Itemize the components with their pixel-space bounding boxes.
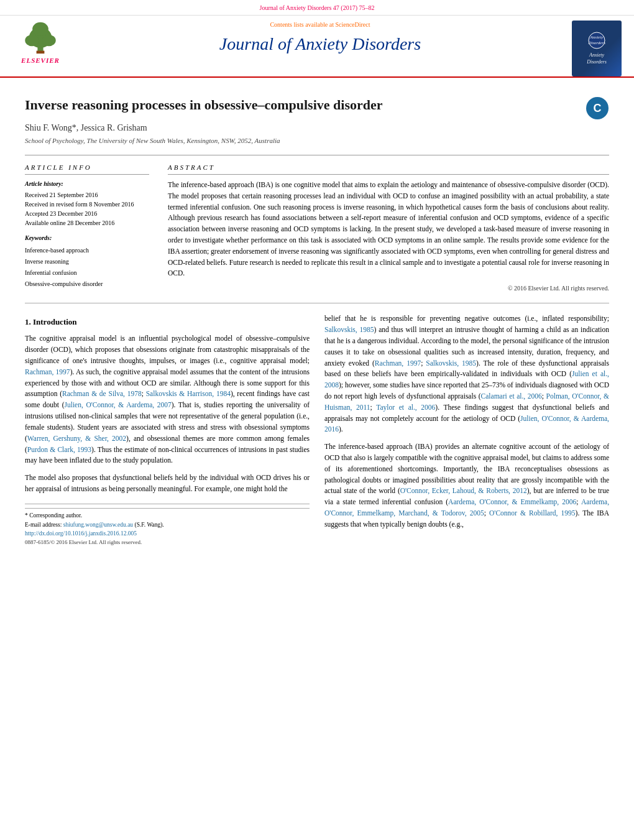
aardema-2006-link[interactable]: Aardema, O'Connor, & Emmelkamp, 2006 <box>448 498 576 505</box>
journal-title-area: Contents lists available at ScienceDirec… <box>68 21 572 61</box>
intro-para-2: The model also proposes that dysfunction… <box>25 473 310 495</box>
abstract-panel: ABSTRACT The inference-based approach (I… <box>168 163 609 293</box>
anxiety-badge: Anxiety Disorders Anxiety Disorders <box>572 21 622 76</box>
crossmark-area[interactable]: C <box>586 96 609 123</box>
purdon-clark-link[interactable]: Purdon & Clark, 1993 <box>27 446 91 453</box>
sciencedirect-link-text[interactable]: ScienceDirect <box>335 21 370 28</box>
elsevier-tree-icon <box>19 21 62 55</box>
article-title: Inverse reasoning processes in obsessive… <box>25 96 609 114</box>
keywords-label: Keywords: <box>25 234 149 242</box>
svg-point-4 <box>32 22 48 36</box>
keywords-section: Keywords: Inference-based approach Inver… <box>25 234 149 290</box>
body-col-right: belief that he is responsible for preven… <box>324 313 609 547</box>
rachman-silva-link[interactable]: Rachman & de Silva, 1978 <box>62 390 142 397</box>
keyword-4: Obsessive-compulsive disorder <box>25 279 149 290</box>
intro-para-1: The cognitive appraisal model is an infl… <box>25 333 310 466</box>
polman-link[interactable]: Polman, O'Connor, & Huisman, 2011 <box>324 392 609 411</box>
info-abstract-section: ARTICLE INFO Article history: Received 2… <box>25 155 609 293</box>
top-journal-text: Journal of Anxiety Disorders 47 (2017) 7… <box>260 4 375 11</box>
taylor-link[interactable]: Taylor et al., 2006 <box>376 404 435 411</box>
keyword-3: Inferential confusion <box>25 267 149 279</box>
keywords-list: Inference-based approach Inverse reasoni… <box>25 245 149 290</box>
badge-line1: Anxiety <box>589 52 604 58</box>
badge-line2: Disorders <box>587 58 607 65</box>
article-dates: Received 21 September 2016 Received in r… <box>25 190 149 228</box>
intro-para-4: The inference-based approach (IBA) provi… <box>324 441 609 530</box>
affiliation-line: School of Psychology, The University of … <box>25 136 609 145</box>
available-date: Available online 28 December 2016 <box>25 218 149 228</box>
main-content: Inverse reasoning processes in obsessive… <box>0 78 634 560</box>
contents-label: Contents lists available at <box>270 21 333 28</box>
authors-text: Shiu F. Wong*, Jessica R. Grisham <box>25 123 147 132</box>
footer-copyright: 0887-6185/© 2016 Elsevier Ltd. All right… <box>25 538 310 547</box>
warren-2002-link[interactable]: Warren, Gershuny, & Sher, 2002 <box>27 435 126 442</box>
keyword-2: Inverse reasoning <box>25 256 149 267</box>
sciencedirect-line: Contents lists available at ScienceDirec… <box>81 21 559 29</box>
journal-title: Journal of Anxiety Disorders <box>81 32 559 56</box>
accepted-date: Accepted 23 December 2016 <box>25 209 149 218</box>
calamari-link[interactable]: Calamari et al., 2006 <box>481 392 542 400</box>
doi-line[interactable]: http://dx.doi.org/10.1016/j.janxdis.2016… <box>25 529 310 538</box>
oconnor-2012-link[interactable]: O'Connor, Ecker, Lahoud, & Roberts, 2012 <box>400 487 527 494</box>
rachman-1997-link[interactable]: Rachman, 1997 <box>25 368 70 376</box>
svg-point-2 <box>25 35 39 46</box>
corresponding-note: * Corresponding author. <box>25 511 310 520</box>
julien-2008-link[interactable]: Julien et al., 2008 <box>324 370 609 389</box>
intro-para-3: belief that he is responsible for preven… <box>324 313 609 435</box>
abstract-copyright: © 2016 Elsevier Ltd. All rights reserved… <box>168 284 609 293</box>
page: Journal of Anxiety Disorders 47 (2017) 7… <box>0 0 634 840</box>
elsevier-brand-text: ELSEVIER <box>21 56 60 65</box>
abstract-heading: ABSTRACT <box>168 163 609 175</box>
revised-date: Received in revised form 8 November 2016 <box>25 200 149 209</box>
keyword-1: Inference-based approach <box>25 245 149 256</box>
body-columns: 1. Introduction The cognitive appraisal … <box>25 313 609 547</box>
anxiety-badge-icon: Anxiety Disorders <box>587 32 606 49</box>
body-col-left: 1. Introduction The cognitive appraisal … <box>25 313 310 547</box>
salkovskis-1985b-link[interactable]: Salkovskis, 1985 <box>426 359 476 367</box>
elsevier-logo: ELSEVIER <box>12 21 68 69</box>
julien-2007-link[interactable]: Julien, O'Connor, & Aardema, 2007 <box>64 401 171 408</box>
journal-header: ELSEVIER Contents lists available at Sci… <box>0 16 634 78</box>
email-note: E-mail address: shiufung.wong@unsw.edu.a… <box>25 520 310 530</box>
crossmark-icon: C <box>586 96 609 120</box>
oconnor-1995-link[interactable]: O'Connor & Robillard, 1995 <box>489 509 576 517</box>
svg-text:Disorders: Disorders <box>587 40 605 45</box>
corresponding-label: * Corresponding author. <box>25 512 82 519</box>
doi-text[interactable]: http://dx.doi.org/10.1016/j.janxdis.2016… <box>25 530 137 537</box>
article-info-heading: ARTICLE INFO <box>25 163 149 175</box>
svg-point-3 <box>42 35 56 46</box>
julien-2016-link[interactable]: Julien, O'Connor, & Aardema, 2016 <box>324 415 609 433</box>
abstract-text: The inference-based approach (IBA) is on… <box>168 180 609 279</box>
history-label: Article history: <box>25 180 149 188</box>
received-date: Received 21 September 2016 <box>25 190 149 200</box>
rachman-1997b-link[interactable]: Rachman, 1997 <box>375 359 421 367</box>
salkovskis-harrison-link[interactable]: Salkovskis & Harrison, 1984 <box>146 390 231 397</box>
email-label: E-mail address: <box>25 522 62 528</box>
footer-area: * Corresponding author. E-mail address: … <box>25 504 310 547</box>
email-suffix: (S.F. Wang). <box>134 522 163 528</box>
section-divider <box>25 303 609 303</box>
authors-line: Shiu F. Wong*, Jessica R. Grisham <box>25 122 609 134</box>
top-journal-line: Journal of Anxiety Disorders 47 (2017) 7… <box>0 0 634 16</box>
svg-text:Anxiety: Anxiety <box>590 35 604 40</box>
article-info-panel: ARTICLE INFO Article history: Received 2… <box>25 163 149 293</box>
intro-heading: 1. Introduction <box>25 316 310 328</box>
email-link[interactable]: shiufung.wong@unsw.edu.au <box>63 522 133 528</box>
salkovskis-1985-link[interactable]: Salkovskis, 1985 <box>324 326 374 333</box>
svg-rect-5 <box>37 51 45 54</box>
svg-text:C: C <box>594 102 602 114</box>
